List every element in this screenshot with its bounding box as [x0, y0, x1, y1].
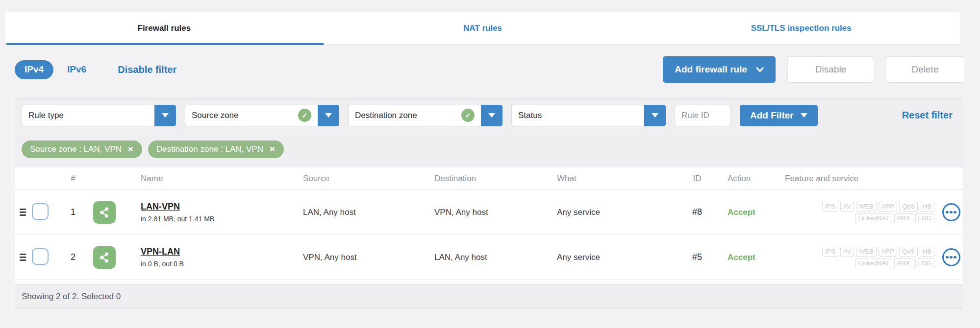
share-icon — [99, 252, 110, 263]
filter-bar: Rule type Source zone ✓ Destination zone… — [15, 99, 963, 132]
source-zone-filter-chip: Source zone : LAN, VPN ✕ — [22, 141, 142, 158]
rule-id: #5 — [679, 252, 715, 262]
toolbar: IPv4 IPv6 Disable filter Add firewall ru… — [15, 56, 964, 83]
badge-linkednat: LinkedNAT — [855, 258, 892, 268]
row-number: 1 — [59, 207, 87, 217]
chip-label: Destination zone : LAN, VPN — [156, 144, 263, 154]
badge-qos: QoS — [899, 247, 918, 257]
destination-zone-dropdown-label: Destination zone ✓ — [348, 105, 481, 126]
badge-linkednat: LinkedNAT — [855, 213, 892, 223]
rule-name-link[interactable]: VPN-LAN — [141, 247, 303, 257]
destination-zone-dropdown-button[interactable] — [481, 105, 503, 126]
header-action: Action — [715, 174, 778, 184]
row-menu-ellipsis-icon[interactable] — [942, 248, 960, 266]
source-zone-dropdown[interactable]: Source zone ✓ — [185, 105, 339, 126]
tab-firewall-rules[interactable]: Firewall rules — [5, 12, 324, 44]
caret-down-icon — [325, 113, 332, 117]
dropdown-text: Rule type — [28, 111, 64, 120]
badge-hb: HB — [920, 202, 934, 211]
rule-destination: LAN, Any host — [434, 253, 557, 262]
rule-name-link[interactable]: LAN-VPN — [141, 202, 303, 212]
row-checkbox[interactable] — [32, 203, 49, 220]
badge-prx: PRX — [894, 213, 913, 223]
table-footer: Showing 2 of 2. Selected 0 — [15, 284, 963, 308]
header-source: Source — [303, 174, 434, 184]
header-what: What — [557, 174, 679, 184]
firewall-rules-panel: Rule type Source zone ✓ Destination zone… — [15, 98, 963, 309]
delete-button[interactable]: Delete — [886, 56, 964, 83]
disable-filter-link[interactable]: Disable filter — [118, 64, 176, 75]
badge-ips: IPS — [822, 202, 838, 211]
rule-what: Any service — [557, 208, 679, 217]
ipv6-toggle[interactable]: IPv6 — [67, 64, 86, 75]
drag-handle[interactable] — [20, 254, 26, 261]
header-destination: Destination — [434, 174, 557, 184]
table-header: # Name Source Destination What ID Action… — [15, 167, 963, 190]
badge-log: LOG — [915, 258, 934, 268]
rule-source: VPN, Any host — [303, 253, 434, 262]
status-dropdown-button[interactable] — [644, 105, 666, 126]
filter-applied-check-icon: ✓ — [298, 109, 311, 122]
badge-ips: IPS — [822, 247, 838, 257]
share-icon — [99, 207, 110, 218]
caret-down-icon — [652, 113, 658, 117]
rule-traffic: in 0 B, out 0 B — [141, 260, 303, 268]
caret-down-icon — [162, 113, 169, 117]
chip-label: Source zone : LAN, VPN — [30, 144, 122, 154]
source-zone-dropdown-label: Source zone ✓ — [185, 105, 318, 126]
drag-handle[interactable] — [20, 209, 26, 216]
rule-action: Accept — [715, 208, 778, 217]
rule-type-dropdown[interactable]: Rule type — [22, 105, 176, 126]
badge-av: AV — [840, 247, 854, 257]
rule-id-input[interactable] — [675, 105, 731, 126]
dropdown-text: Source zone — [192, 111, 238, 120]
rule-share-icon[interactable] — [93, 246, 116, 269]
destination-zone-filter-chip: Destination zone : LAN, VPN ✕ — [148, 141, 284, 158]
rule-what: Any service — [557, 253, 679, 262]
remove-filter-icon[interactable]: ✕ — [127, 145, 134, 154]
header-num: # — [59, 174, 87, 184]
row-menu-ellipsis-icon[interactable] — [942, 203, 960, 221]
rule-action: Accept — [715, 253, 778, 262]
source-zone-dropdown-button[interactable] — [318, 105, 339, 126]
reset-filter-link[interactable]: Reset filter — [902, 110, 956, 121]
row-checkbox[interactable] — [32, 248, 49, 265]
active-filter-chips: Source zone : LAN, VPN ✕ Destination zon… — [15, 132, 963, 167]
badge-prx: PRX — [894, 258, 913, 268]
row-number: 2 — [59, 252, 87, 262]
badge-log: LOG — [915, 213, 934, 223]
header-id: ID — [679, 174, 715, 184]
badge-qos: QoS — [899, 202, 918, 211]
rule-source: LAN, Any host — [303, 208, 434, 217]
rule-type-dropdown-button[interactable] — [154, 105, 176, 126]
feature-badges: IPS AV WEB APP QoS HB LinkedNAT PRX LOG — [785, 202, 934, 223]
disable-button[interactable]: Disable — [787, 56, 874, 83]
status-dropdown-label: Status — [511, 105, 644, 126]
destination-zone-dropdown[interactable]: Destination zone ✓ — [348, 105, 503, 126]
rule-tabs: Firewall rules NAT rules SSL/TLS inspect… — [5, 12, 960, 45]
badge-hb: HB — [920, 247, 934, 257]
rule-id: #8 — [679, 207, 715, 217]
caret-down-icon — [488, 113, 495, 117]
table-row: 2 VPN-LAN in 0 B, out 0 B VPN, Any host … — [15, 235, 963, 280]
remove-filter-icon[interactable]: ✕ — [269, 145, 276, 154]
dropdown-text: Status — [518, 111, 542, 120]
add-filter-button[interactable]: Add Filter — [740, 105, 818, 126]
rule-destination: VPN, Any host — [434, 208, 557, 217]
status-dropdown[interactable]: Status — [511, 105, 666, 126]
tab-ssl-tls-inspection-rules[interactable]: SSL/TLS inspection rules — [642, 12, 960, 44]
showing-count-text: Showing 2 of 2. Selected 0 — [22, 292, 121, 302]
filter-applied-check-icon: ✓ — [461, 109, 475, 122]
badge-app: APP — [879, 202, 897, 211]
ipv4-toggle[interactable]: IPv4 — [15, 60, 53, 79]
dropdown-text: Destination zone — [355, 111, 417, 120]
rule-type-dropdown-label: Rule type — [22, 105, 154, 126]
add-firewall-rule-button[interactable]: Add firewall rule — [663, 56, 776, 83]
badge-app: APP — [879, 247, 897, 257]
rule-share-icon[interactable] — [93, 201, 116, 224]
add-filter-label: Add Filter — [750, 110, 794, 121]
chevron-down-icon — [756, 67, 764, 72]
tab-nat-rules[interactable]: NAT rules — [324, 12, 642, 44]
add-firewall-rule-label: Add firewall rule — [675, 64, 747, 75]
feature-badges: IPS AV WEB APP QoS HB LinkedNAT PRX LOG — [785, 247, 934, 268]
